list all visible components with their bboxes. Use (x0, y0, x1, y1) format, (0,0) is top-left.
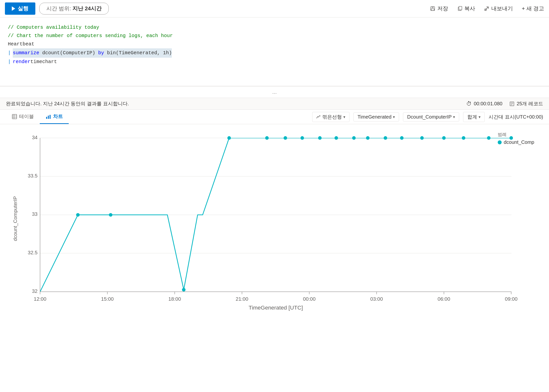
editor-ellipsis: ... (0, 86, 549, 98)
chevron-down-icon-x: ▾ (393, 115, 395, 119)
summarize-line: summarize dcount(ComputerIP) by bin(Time… (13, 48, 172, 58)
editor-line-1: // Computers availability today (8, 23, 541, 32)
export-label: 내보내기 (491, 5, 513, 12)
x-axis-label-text: TimeGenerated [UTC] (249, 305, 303, 311)
records-value: 25개 레코드 (517, 100, 543, 107)
x-tick-0600: 06:00 (438, 296, 450, 302)
chart-icon (46, 114, 51, 119)
y-tick-335: 33.5 (28, 173, 38, 178)
play-icon (12, 6, 15, 11)
y-tick-34: 34 (32, 135, 38, 140)
x-tick-2100: 21:00 (236, 296, 248, 302)
comment-1: // Computers availability today (8, 23, 99, 32)
data-dot-11 (384, 136, 387, 140)
svg-rect-2 (431, 9, 434, 11)
data-dot-8 (335, 136, 338, 140)
y-tick-325: 32.5 (28, 250, 38, 255)
editor-line-3: Heartbeat (8, 40, 541, 48)
plain-4: timechart (30, 58, 57, 66)
x-tick-1200: 12:00 (34, 296, 46, 302)
aggregation-button[interactable]: 합계 ▾ (463, 112, 485, 122)
keyword-render: render (13, 58, 30, 66)
export-icon (484, 6, 489, 11)
editor-line-4: | summarize dcount(ComputerIP) by bin(Ti… (8, 48, 541, 58)
x-axis-label: TimeGenerated (358, 114, 391, 120)
toolbar: 실행 시간 범위: 지난 24시간 저장 복사 내보내기 (0, 0, 549, 17)
status-time: ⏱ 00:00:01.080 (466, 101, 502, 107)
svg-rect-15 (48, 116, 49, 119)
new-alert-button[interactable]: + 새 경고 (522, 5, 544, 12)
status-text: 완료되었습니다. 지난 24시간 동안의 결과를 표시합니다. (6, 100, 461, 107)
keyword-summarize: summarize (13, 50, 39, 56)
save-label: 저장 (437, 5, 448, 12)
y-axis-label: Dcount_ComputerIP (407, 114, 452, 120)
x-axis-button[interactable]: TimeGenerated ▾ (353, 112, 399, 122)
data-dot-3 (227, 136, 231, 140)
editor-line-5: | render timechart (8, 58, 541, 66)
data-dot-16 (487, 136, 490, 140)
copy-button[interactable]: 복사 (457, 5, 475, 12)
svg-rect-14 (46, 117, 47, 119)
editor-line-2: // Chart the number of computers sending… (8, 32, 541, 40)
ellipsis-text: ... (272, 89, 277, 95)
svg-rect-1 (432, 7, 434, 8)
legend-item-1: dcount_Comp (498, 139, 534, 145)
x-tick-0300: 03:00 (370, 296, 383, 302)
copy-label: 복사 (464, 5, 475, 12)
data-dot-2 (109, 213, 112, 216)
plain-1: Heartbeat (8, 40, 34, 48)
tab-chart[interactable]: 차트 (40, 110, 69, 124)
data-dot-1 (76, 213, 80, 216)
data-dot-7 (318, 136, 321, 140)
y-tick-32: 32 (32, 288, 38, 294)
copy-icon (457, 6, 462, 11)
x-tick-1800: 18:00 (168, 296, 181, 302)
y-tick-33: 33 (32, 211, 38, 217)
toolbar-actions: 저장 복사 내보내기 + 새 경고 (430, 5, 544, 12)
export-button[interactable]: 내보내기 (484, 5, 513, 12)
legend-title: 범례 (498, 132, 534, 137)
aggregation-label: 합계 (467, 114, 477, 120)
legend-dot (498, 140, 502, 144)
line-type-icon (316, 115, 321, 119)
view-tabs: 테이블 차트 꺾은선형 ▾ TimeGenerated ▾ Dcount_Com… (0, 110, 549, 124)
timezone-label: 시간대 표시(UTC+00:00) (489, 114, 543, 120)
svg-rect-16 (50, 115, 51, 119)
x-tick-0000: 00:00 (303, 296, 316, 302)
run-label: 실행 (18, 5, 28, 12)
data-dot-6 (300, 136, 304, 140)
data-dot-15 (462, 136, 465, 140)
tab-chart-label: 차트 (53, 113, 63, 120)
time-range-selector[interactable]: 시간 범위: 지난 24시간 (39, 3, 109, 14)
clock-icon: ⏱ (466, 101, 472, 107)
run-button[interactable]: 실행 (5, 2, 35, 15)
data-dot-9 (352, 136, 356, 140)
comment-2: // Chart the number of computers sending… (8, 32, 173, 40)
tab-table-label: 테이블 (19, 113, 34, 120)
y-axis-button[interactable]: Dcount_ComputerIP ▾ (403, 112, 459, 122)
time-value: 00:00:01.080 (474, 101, 502, 107)
pipe-1: | (8, 49, 11, 57)
plain-3: bin(TimeGenerated, 1h) (104, 50, 172, 56)
keyword-by: by (98, 50, 104, 56)
status-right: ⏱ 00:00:01.080 25개 레코드 (466, 100, 543, 107)
chevron-down-icon-y: ▾ (453, 115, 455, 119)
tab-table[interactable]: 테이블 (6, 110, 40, 124)
chart-svg: dcount_ComputerIP 34 33.5 33 32.5 32 (10, 129, 539, 313)
table-icon (12, 114, 17, 119)
x-tick-1500: 15:00 (101, 296, 114, 302)
data-dot-4 (265, 136, 268, 140)
y-axis-label-text: dcount_ComputerIP (12, 196, 18, 241)
status-bar: 완료되었습니다. 지난 24시간 동안의 결과를 표시합니다. ⏱ 00:00:… (0, 98, 549, 110)
editor-area[interactable]: // Computers availability today // Chart… (0, 17, 549, 86)
line-type-button[interactable]: 꺾은선형 ▾ (312, 112, 349, 122)
data-dot-12 (400, 136, 403, 140)
chevron-down-icon-agg: ▾ (479, 115, 481, 119)
chart-area: 범례 dcount_Comp dcount_ComputerIP 34 (0, 124, 549, 323)
line-type-label: 꺾은선형 (322, 114, 342, 120)
records-icon (509, 101, 515, 107)
x-tick-0900: 09:00 (505, 296, 517, 302)
save-button[interactable]: 저장 (430, 5, 448, 12)
legend-label: dcount_Comp (504, 139, 534, 145)
chart-legend: 범례 dcount_Comp (498, 132, 534, 145)
